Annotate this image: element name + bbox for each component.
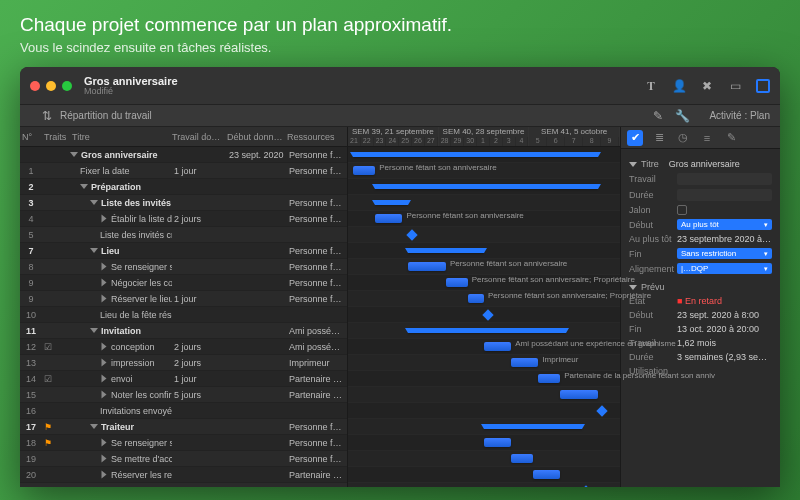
tab-schedule-icon[interactable]: ≣ (651, 130, 667, 146)
section-titre[interactable]: TitreGros anniversaire (629, 159, 772, 169)
col-work[interactable]: Travail donné (170, 132, 225, 142)
outline-row[interactable]: 17⚑TraiteurPersonne fêtan (20, 419, 347, 435)
gantt-row[interactable]: Personne fêtant son anniversaire; Propri… (348, 275, 620, 291)
outline-row[interactable]: 5Liste des invités créée (20, 227, 347, 243)
text-icon[interactable]: 𝐓 (644, 79, 658, 93)
select-align[interactable]: |…DQP (677, 263, 772, 274)
gantt-row[interactable] (348, 419, 620, 435)
col-start[interactable]: Début donné au plus tôt (225, 132, 285, 142)
gantt-row[interactable]: Imprimeur (348, 355, 620, 371)
milestone-icon[interactable] (406, 229, 417, 240)
gantt-row[interactable] (348, 179, 620, 195)
gantt-bar[interactable]: Personne fêtant son anniversaire (408, 262, 446, 271)
gantt-row[interactable] (348, 195, 620, 211)
value-etat: En retard (677, 296, 772, 306)
gantt-row[interactable]: Personne fêtant son anniversaire; Propri… (348, 291, 620, 307)
gantt-row[interactable] (348, 467, 620, 483)
outline-row[interactable]: 8Se renseigner sur les lieux et comparer… (20, 259, 347, 275)
gantt-bar[interactable] (560, 390, 598, 399)
minimize-icon[interactable] (46, 81, 56, 91)
outline-row[interactable]: 1Fixer la date1 jourPersonne fêtan (20, 163, 347, 179)
display-icon[interactable]: ▭ (728, 79, 742, 93)
gantt-row[interactable]: Personne fêtant son anniversaire (348, 211, 620, 227)
field-duree[interactable] (677, 189, 772, 201)
wrench-icon[interactable]: ✖ (700, 79, 714, 93)
outline-row[interactable]: 12☑conception2 joursAmi possédant (20, 339, 347, 355)
outline-row[interactable]: 7LieuPersonne fêtan (20, 243, 347, 259)
brush-icon[interactable]: ✎ (651, 109, 665, 123)
outline-row[interactable]: 3Liste des invitésPersonne fêtan (20, 195, 347, 211)
zoom-icon[interactable] (62, 81, 72, 91)
hierarchy-icon[interactable]: ⇅ (40, 109, 54, 123)
outline-row[interactable]: 11InvitationAmi possédant (20, 323, 347, 339)
gantt-bar[interactable] (375, 200, 408, 205)
view-mode-label[interactable]: Répartition du travail (60, 110, 152, 121)
gantt-row[interactable]: Partenaire de la personne fêtant son ann… (348, 371, 620, 387)
gantt-bar[interactable] (511, 454, 533, 463)
tab-clock-icon[interactable]: ◷ (675, 130, 691, 146)
gantt-row[interactable] (348, 403, 620, 419)
milestone-icon[interactable] (482, 309, 493, 320)
gantt-row[interactable]: Personne fêtant son anniversaire (348, 163, 620, 179)
col-num[interactable]: N° (20, 132, 42, 142)
gantt-bar[interactable] (533, 470, 560, 479)
gantt-row[interactable] (348, 435, 620, 451)
outline-row[interactable]: 15Noter les confirmations5 joursPartenai… (20, 387, 347, 403)
gantt-row[interactable] (348, 227, 620, 243)
gantt-row[interactable] (348, 307, 620, 323)
milestone-icon[interactable] (597, 405, 608, 416)
tab-edit-icon[interactable]: ✎ (723, 130, 739, 146)
outline-row[interactable]: 14☑envoi1 jourPartenaire de la (20, 371, 347, 387)
gantt-bar[interactable]: Personne fêtant son anniversaire (375, 214, 402, 223)
col-resources[interactable]: Ressources (285, 132, 345, 142)
gantt-row[interactable] (348, 147, 620, 163)
tool-icon[interactable]: 🔧 (675, 109, 689, 123)
outline-row[interactable]: 18⚑Se renseigner sur les possibilités de… (20, 435, 347, 451)
gantt-row[interactable] (348, 323, 620, 339)
gantt-bar[interactable]: Ami possédant une expérience en graphism… (484, 342, 511, 351)
col-title[interactable]: Titre (70, 132, 170, 142)
secondary-toolbar: ⇅ Répartition du travail ✎ 🔧 Activité : … (20, 105, 780, 127)
outline-row[interactable]: 9Réserver le lieu1 jourPersonne fêtan (20, 291, 347, 307)
select-fin[interactable]: Sans restriction (677, 248, 772, 259)
outline-row[interactable]: 16Invitations envoyées et réponses reçue… (20, 403, 347, 419)
gantt-bar[interactable] (408, 328, 566, 333)
gantt-row[interactable] (348, 387, 620, 403)
outline-row[interactable]: 10Lieu de la fête réservé et confirmé (20, 307, 347, 323)
field-travail[interactable] (677, 173, 772, 185)
gantt-bar[interactable]: Imprimeur (511, 358, 538, 367)
week-header: SEM 40, 28 septembre2829301234 (439, 127, 530, 146)
gantt-row[interactable] (348, 483, 620, 487)
outline-row[interactable]: Gros anniversaire23 sept. 2020Personne f… (20, 147, 347, 163)
gantt-bar[interactable]: Personne fêtant son anniversaire; Propri… (468, 294, 484, 303)
gantt-row[interactable]: Personne fêtant son anniversaire (348, 259, 620, 275)
outline-row[interactable]: 13impression2 joursImprimeur (20, 355, 347, 371)
gantt-bar[interactable] (484, 424, 582, 429)
gantt-row[interactable] (348, 243, 620, 259)
value-auplus[interactable]: 23 septembre 2020 à 00:00 (677, 234, 772, 244)
col-traits[interactable]: Traits (42, 132, 70, 142)
gantt-bar[interactable] (408, 248, 484, 253)
outline-row[interactable]: 2Préparation (20, 179, 347, 195)
tab-list-icon[interactable]: ≡ (699, 130, 715, 146)
gantt-bar[interactable] (375, 184, 598, 189)
close-icon[interactable] (30, 81, 40, 91)
gantt-bar[interactable] (484, 438, 511, 447)
gantt-bar[interactable] (353, 152, 598, 157)
milestone-icon[interactable] (580, 485, 591, 487)
gantt-row[interactable] (348, 451, 620, 467)
select-debut[interactable]: Au plus tôt (677, 219, 772, 230)
outline-row[interactable]: 21Repas et boissons choisis et réservés (20, 483, 347, 487)
gantt-bar[interactable]: Personne fêtant son anniversaire; Propri… (446, 278, 468, 287)
outline-row[interactable]: 19Se mettre d'accord sur le nombre d'inv… (20, 451, 347, 467)
user-icon[interactable]: 👤 (672, 79, 686, 93)
outline-row[interactable]: 4Établir la liste des invités2 joursPers… (20, 211, 347, 227)
gantt-row[interactable]: Ami possédant une expérience en graphism… (348, 339, 620, 355)
tab-info-icon[interactable]: ✔ (627, 130, 643, 146)
inspector-toggle-icon[interactable] (756, 79, 770, 93)
gantt-bar[interactable]: Personne fêtant son anniversaire (353, 166, 375, 175)
outline-row[interactable]: 9Négocier les conditionsPersonne fêtan (20, 275, 347, 291)
checkbox-jalon[interactable] (677, 205, 687, 215)
gantt-bar[interactable]: Partenaire de la personne fêtant son ann… (538, 374, 560, 383)
outline-row[interactable]: 20Réserver les repasPartenaire de la (20, 467, 347, 483)
